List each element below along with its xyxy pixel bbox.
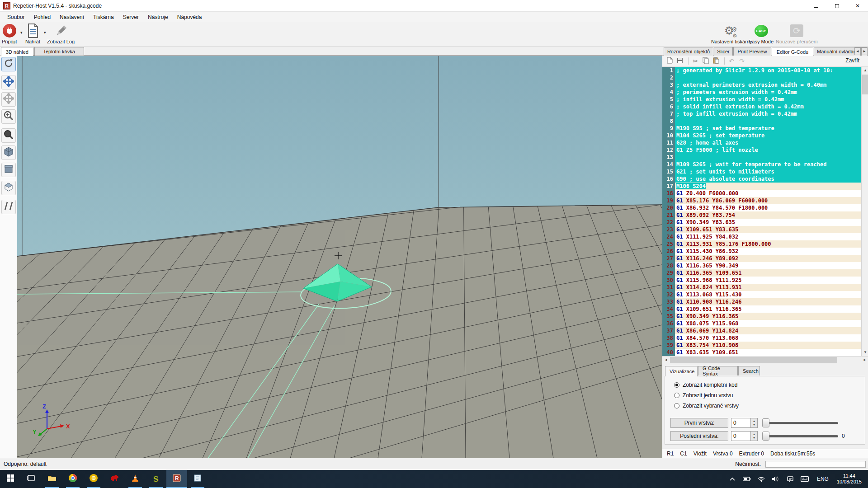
taskbar-start-button[interactable] <box>0 470 21 488</box>
radio-icon[interactable] <box>674 382 679 388</box>
gcode-editor[interactable]: 1; generated by Slic3r 1.2.9 on 2015-08-… <box>662 67 861 356</box>
taskbar-repetier-host-button[interactable]: R <box>166 470 187 488</box>
spinner-down-icon[interactable]: ▼ <box>753 436 755 439</box>
toolbar-easy-mode-button[interactable]: EASYEasy Mode <box>749 23 774 44</box>
menu-item-n-pov-da[interactable]: Nápověda <box>173 12 207 22</box>
view-front-button[interactable] <box>1 163 16 177</box>
gcode-line[interactable]: 1; generated by Slic3r 1.2.9 on 2015-08-… <box>662 67 861 74</box>
gcode-line[interactable]: 6; solid infill extrusion width = 0.42mm <box>662 103 861 110</box>
radio-icon[interactable] <box>674 403 679 408</box>
gcode-line[interactable]: 24G1 X111.925 Y84.032 <box>662 233 861 240</box>
viz-tab-vizualizace[interactable]: Vizualizace <box>665 366 698 376</box>
view-isometric-button[interactable] <box>1 145 16 160</box>
radio-option[interactable]: Zobrazit vybrané vrstvy <box>674 403 739 409</box>
chevron-up-icon[interactable] <box>728 475 736 483</box>
battery-icon[interactable] <box>743 475 751 483</box>
toolbar-show-log-button[interactable]: Zobrazit Log <box>47 23 75 44</box>
gcode-line[interactable]: 13 <box>662 154 861 161</box>
menu-item-n-stroje[interactable]: Nástroje <box>143 12 173 22</box>
layer-button[interactable]: První vrstva: <box>670 418 728 428</box>
gcode-line[interactable]: 40G1 X83.635 Y109.651 <box>662 349 861 356</box>
gcode-line[interactable]: 11G28 ; home all axes <box>662 139 861 146</box>
gcode-line[interactable]: 20G1 X86.932 Y84.570 F1800.000 <box>662 204 861 211</box>
gcode-line[interactable]: 9M190 S95 ; set bed temperature <box>662 125 861 132</box>
gcode-line[interactable]: 39G1 X83.754 Y110.908 <box>662 342 861 349</box>
toolbar-connect-button[interactable]: Připojit <box>2 23 17 44</box>
gcode-line[interactable]: 25G1 X113.931 Y85.176 F1800.000 <box>662 240 861 248</box>
radio-icon[interactable] <box>674 393 679 398</box>
view-top-button[interactable] <box>1 181 16 195</box>
menu-item-soubor[interactable]: Soubor <box>3 12 29 22</box>
toolbar-load-button[interactable]: Nahrát <box>25 23 40 44</box>
tab-scroll-right-icon[interactable]: ► <box>861 47 868 55</box>
spinner-up-icon[interactable]: ▲ <box>753 420 755 422</box>
minimize-button[interactable] <box>806 0 826 12</box>
tab-scroll-left-icon[interactable]: ◄ <box>854 47 861 55</box>
view-tab-teplotn-k-ivka[interactable]: Teplotní křivka <box>34 47 84 56</box>
volume-icon[interactable] <box>772 475 780 483</box>
zoom-in-button[interactable] <box>1 109 16 124</box>
gcode-line[interactable]: 36G1 X88.075 Y115.968 <box>662 320 861 327</box>
scrollbar-thumb[interactable] <box>670 357 837 363</box>
panel-tab-print-preview[interactable]: Print Preview <box>733 47 771 56</box>
panel-tab-rozm-st-n-objekt-[interactable]: Rozmístění objektů <box>664 47 713 56</box>
menu-item-nastaven-[interactable]: Nastavení <box>55 12 89 22</box>
panel-tab-editor-g-codu[interactable]: Editor G-Codu <box>772 47 813 56</box>
wifi-icon[interactable] <box>757 475 765 483</box>
rotate-view-button[interactable] <box>1 57 16 71</box>
action-center-icon[interactable] <box>786 475 794 483</box>
gcode-line[interactable]: 35G1 X90.349 Y116.365 <box>662 313 861 320</box>
gcode-line[interactable]: 32G1 X113.068 Y115.430 <box>662 291 861 298</box>
language-indicator[interactable]: ENG <box>815 476 830 482</box>
gcode-line[interactable]: 38G1 X84.570 Y113.068 <box>662 334 861 342</box>
layer-slider[interactable] <box>762 418 838 427</box>
paste-button[interactable] <box>712 57 721 65</box>
save-button[interactable] <box>675 57 684 65</box>
editor-horizontal-scrollbar[interactable]: ◄ ► <box>662 356 868 364</box>
view-tab-3d-n-hled[interactable]: 3D náhled <box>1 47 33 56</box>
viz-tab-g-code-syntax[interactable]: G-Code Syntax <box>698 366 738 375</box>
panel-tab-manu-ln-ovl-d-n-[interactable]: Manuální ovládání <box>814 47 861 56</box>
taskbar-red-dog-button[interactable] <box>104 470 125 488</box>
scroll-up-icon[interactable]: ▲ <box>862 67 868 74</box>
gcode-line[interactable]: 3; external perimeters extrusion width =… <box>662 81 861 89</box>
taskbar-notepad-button[interactable] <box>187 470 208 488</box>
radio-option[interactable]: Zobrazit jednu vrstvu <box>674 392 733 399</box>
gcode-line[interactable]: 17M106 S204 <box>662 183 861 190</box>
gcode-line[interactable]: 23G1 X109.651 Y83.635 <box>662 226 861 233</box>
redo-button[interactable]: ↷ <box>737 57 746 65</box>
gcode-line[interactable]: 5; infill extrusion width = 0.42mm <box>662 96 861 103</box>
panel-tab-slicer[interactable]: Slicer <box>714 47 733 56</box>
spinner-arrows[interactable]: ▲▼ <box>751 431 758 441</box>
toolbar-printer-settings-button[interactable]: ⚙⚙⚙Nastavení tiskárny <box>711 23 752 44</box>
gcode-line[interactable]: 22G1 X90.349 Y83.635 <box>662 219 861 226</box>
touch-keyboard-icon[interactable] <box>801 475 809 483</box>
layer-spinner-value[interactable]: 0 <box>731 431 751 441</box>
slider-thumb[interactable] <box>762 418 769 427</box>
gcode-line[interactable]: 2 <box>662 74 861 81</box>
spinner-down-icon[interactable]: ▼ <box>753 423 755 426</box>
gcode-line[interactable]: 28G1 X116.365 Y90.349 <box>662 262 861 269</box>
gcode-line[interactable]: 15G21 ; set units to millimeters <box>662 168 861 175</box>
gcode-line[interactable]: 16G90 ; use absolute coordinates <box>662 175 861 183</box>
taskbar-chrome-button[interactable] <box>62 470 83 488</box>
radio-option[interactable]: Zobrazit kompletní kód <box>674 382 737 388</box>
cut-button[interactable]: ✂ <box>691 57 700 65</box>
layer-spinner-value[interactable]: 0 <box>731 418 751 428</box>
layer-button[interactable]: Poslední vrstva: <box>670 431 728 441</box>
taskbar-chrome-canary-button[interactable] <box>83 470 104 488</box>
maximize-button[interactable] <box>826 0 847 12</box>
gcode-line[interactable]: 29G1 X116.365 Y109.651 <box>662 269 861 277</box>
gcode-line[interactable]: 8 <box>662 117 861 125</box>
slider-track[interactable] <box>762 435 838 437</box>
3d-viewport[interactable]: ZXY <box>17 56 662 458</box>
gcode-line[interactable]: 7; top infill extrusion width = 0.42mm <box>662 110 861 117</box>
dropdown-arrow-icon[interactable]: ▾ <box>20 30 23 35</box>
spinner-up-icon[interactable]: ▲ <box>753 433 755 436</box>
gcode-line[interactable]: 26G1 X115.430 Y86.932 <box>662 248 861 255</box>
gcode-line[interactable]: 19G1 X85.176 Y86.069 F6000.000 <box>662 197 861 204</box>
taskbar-vlc-button[interactable] <box>125 470 146 488</box>
editor-vertical-scrollbar[interactable]: ▲ ▼ <box>861 67 868 356</box>
taskbar-slic3r-button[interactable]: S <box>146 470 166 488</box>
viz-tab-search[interactable]: Search <box>738 366 760 375</box>
